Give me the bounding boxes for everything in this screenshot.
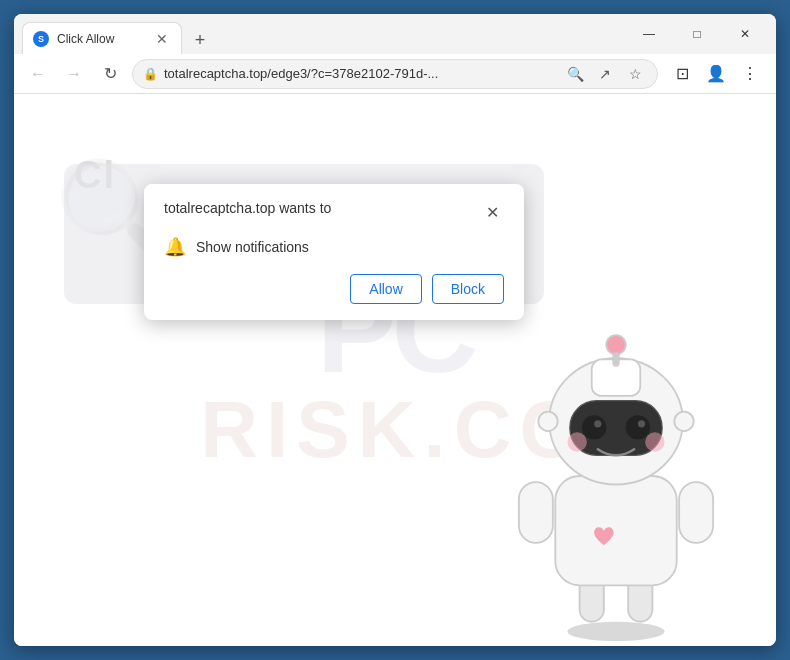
dialog-header: totalrecaptcha.top wants to ✕	[164, 200, 504, 224]
tab-area: S Click Allow ✕ +	[22, 14, 620, 54]
address-bar: ← → ↻ 🔒 totalrecaptcha.top/edge3/?c=378e…	[14, 54, 776, 94]
svg-rect-5	[679, 482, 713, 543]
back-button[interactable]: ←	[24, 60, 52, 88]
dialog-title: totalrecaptcha.top wants to	[164, 200, 331, 216]
search-icon[interactable]: 🔍	[563, 62, 587, 86]
svg-point-17	[645, 432, 664, 451]
robot-illustration	[486, 306, 746, 646]
svg-point-13	[626, 415, 650, 439]
active-tab[interactable]: S Click Allow ✕	[22, 22, 182, 54]
allow-button[interactable]: Allow	[350, 274, 421, 304]
svg-point-14	[594, 420, 601, 427]
url-icon-group: 🔍 ↗ ☆	[563, 62, 647, 86]
robot-svg	[486, 306, 746, 646]
tab-title: Click Allow	[57, 32, 145, 46]
tab-close-button[interactable]: ✕	[153, 30, 171, 48]
maximize-button[interactable]: □	[674, 18, 720, 50]
dialog-close-button[interactable]: ✕	[480, 200, 504, 224]
svg-point-15	[638, 420, 645, 427]
dialog-notification: 🔔 Show notifications	[164, 236, 504, 258]
browser-window: S Click Allow ✕ + — □ ✕ ← → ↻ 🔒 totalrec…	[14, 14, 776, 646]
page-content: 🔍 PC RISK.CO Cl totalrecaptcha.top wants…	[14, 94, 776, 646]
minimize-button[interactable]: —	[626, 18, 672, 50]
forward-button[interactable]: →	[60, 60, 88, 88]
svg-point-19	[674, 412, 693, 431]
window-controls: — □ ✕	[626, 18, 768, 50]
menu-button[interactable]: ⋮	[734, 58, 766, 90]
svg-point-0	[567, 622, 664, 641]
profile-button[interactable]: 👤	[700, 58, 732, 90]
lock-icon: 🔒	[143, 67, 158, 81]
svg-point-18	[538, 412, 557, 431]
new-tab-button[interactable]: +	[186, 26, 214, 54]
share-icon[interactable]: ↗	[593, 62, 617, 86]
tab-favicon: S	[33, 31, 49, 47]
toolbar-icons: ⊡ 👤 ⋮	[666, 58, 766, 90]
split-button[interactable]: ⊡	[666, 58, 698, 90]
title-bar: S Click Allow ✕ + — □ ✕	[14, 14, 776, 54]
block-button[interactable]: Block	[432, 274, 504, 304]
url-text: totalrecaptcha.top/edge3/?c=378e2102-791…	[164, 66, 557, 81]
svg-rect-4	[519, 482, 553, 543]
dialog-buttons: Allow Block	[164, 274, 504, 304]
notification-text: Show notifications	[196, 239, 309, 255]
bell-icon: 🔔	[164, 236, 186, 258]
favorite-icon[interactable]: ☆	[623, 62, 647, 86]
svg-rect-10	[612, 352, 619, 367]
close-button[interactable]: ✕	[722, 18, 768, 50]
svg-rect-3	[555, 476, 676, 585]
svg-point-16	[567, 432, 586, 451]
svg-point-9	[606, 335, 625, 354]
reload-button[interactable]: ↻	[96, 60, 124, 88]
permission-dialog: totalrecaptcha.top wants to ✕ 🔔 Show not…	[144, 184, 524, 320]
svg-point-12	[582, 415, 606, 439]
url-box[interactable]: 🔒 totalrecaptcha.top/edge3/?c=378e2102-7…	[132, 59, 658, 89]
